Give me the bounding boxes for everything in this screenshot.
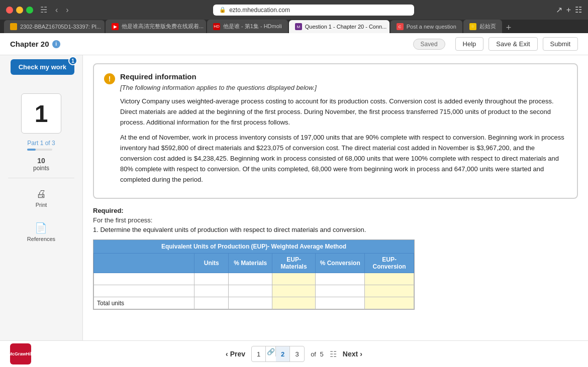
tab-2[interactable]: ▶ 他是谁高清完整版免费在线观着... (106, 20, 206, 33)
row2-units[interactable] (194, 285, 229, 297)
minimize-window-btn[interactable] (16, 7, 23, 14)
row1-pct-mat-input[interactable] (232, 276, 268, 283)
check-badge: 1 (68, 56, 77, 65)
grid-icon[interactable]: ☷ (330, 349, 337, 359)
row2-eup-mat-input[interactable] (275, 288, 312, 295)
main-layout: Check my work 1 1 Part 1 of 3 10 points … (0, 55, 588, 356)
page-footer: Mc Graw Hill ‹ Prev 1 🔗 2 3 of 5 ☷ Next … (0, 340, 588, 367)
tab-5-favicon: C (397, 23, 404, 30)
share-icon[interactable]: ↗ (556, 5, 562, 15)
row1-eup-conv-input[interactable] (368, 276, 411, 283)
row2-label[interactable] (94, 285, 194, 297)
col-header-label (94, 254, 194, 273)
row1-label-input[interactable] (97, 276, 191, 283)
next-btn[interactable]: Next › (343, 350, 362, 358)
references-action[interactable]: 📄 References (23, 218, 59, 246)
tab-5-label: Post a new question (407, 24, 456, 30)
page-3[interactable]: 3 (290, 346, 304, 361)
maximize-window-btn[interactable] (26, 7, 33, 14)
row1-pct-conv-input[interactable] (319, 276, 361, 283)
prev-btn[interactable]: ‹ Prev (226, 350, 245, 358)
total-row: Total units (94, 297, 414, 309)
question-number-box: 1 (21, 93, 61, 134)
table-row (94, 285, 414, 297)
row1-label[interactable] (94, 273, 194, 285)
required-info-title: Required information (120, 72, 567, 81)
tab-5[interactable]: C Post a new question (390, 20, 462, 33)
row1-pct-mat[interactable] (229, 273, 272, 285)
paragraph2: At the end of November, work in process … (120, 133, 567, 185)
row1-eup-mat-input[interactable] (275, 276, 312, 283)
total-eup-mat-input[interactable] (275, 300, 312, 307)
table-title: Equivalent Units of Production (EUP)- We… (93, 240, 414, 253)
row2-eup-conv-input[interactable] (368, 288, 411, 295)
page-1[interactable]: 1 (252, 346, 266, 361)
prev-chevron-icon: ‹ (226, 350, 228, 358)
alert-icon: ! (104, 73, 115, 84)
tab-6-favicon: ☆ (469, 23, 476, 30)
help-btn[interactable]: Help (455, 37, 484, 51)
required-section: Required: For the first process: 1. Dete… (93, 207, 578, 310)
chapter-title: Chapter 20 i (10, 40, 60, 48)
new-tab-icon[interactable]: + (566, 6, 571, 15)
row1-units[interactable] (194, 273, 229, 285)
row2-pct-mat-input[interactable] (232, 288, 268, 295)
row2-units-input[interactable] (198, 288, 225, 295)
print-action[interactable]: 🖨 Print (32, 184, 51, 212)
alert-box: ! Required information [The following in… (93, 63, 578, 199)
total-row-label: Total units (94, 297, 194, 309)
row2-pct-mat[interactable] (229, 285, 272, 297)
address-bar[interactable]: 🔒 ezto.mheducation.com (213, 5, 414, 16)
total-pct-mat (229, 297, 272, 309)
sidebar-toggle-btn[interactable]: ☵ (37, 4, 50, 16)
back-btn[interactable]: ‹ (52, 5, 61, 16)
browser-chrome: ☵ ‹ › 🔒 ezto.mheducation.com ↗ + ☷ (0, 0, 588, 20)
chapter-info-icon[interactable]: i (52, 40, 60, 48)
paragraph1: Victory Company uses weighted-average pr… (120, 96, 567, 128)
row2-pct-conv-input[interactable] (319, 288, 361, 295)
save-exit-btn[interactable]: Save & Exit (488, 37, 537, 51)
total-units[interactable] (194, 297, 229, 309)
submit-btn[interactable]: Submit (543, 37, 578, 51)
table-row (94, 273, 414, 285)
total-eup-conv-input[interactable] (368, 300, 411, 307)
col-header-units: Units (194, 254, 229, 273)
of-label: of 5 (311, 350, 324, 358)
tab-4[interactable]: M Question 1 - Chapter 20 - Conn... (289, 20, 389, 33)
part-info: Part 1 of 3 (27, 140, 55, 151)
page-link-icon[interactable]: 🔗 (266, 346, 276, 356)
total-units-input[interactable] (198, 300, 225, 307)
row2-label-input[interactable] (97, 288, 191, 295)
row2-eup-mat[interactable] (272, 285, 315, 297)
total-eup-mat[interactable] (272, 297, 315, 309)
row1-eup-conv[interactable] (365, 273, 414, 285)
lock-icon: 🔒 (219, 7, 226, 13)
tab-6[interactable]: ☆ 起始页 (463, 20, 502, 33)
row1-units-input[interactable] (198, 276, 225, 283)
tab-3-label: 他是谁 - 第1集 - HDmoli (223, 23, 282, 30)
row1-eup-mat[interactable] (272, 273, 315, 285)
references-icon: 📄 (35, 222, 47, 234)
check-my-work-btn[interactable]: Check my work 1 (11, 59, 74, 75)
tab-1-label: 2302-BBAZ16705D1-33397: Pl... (20, 24, 101, 30)
tabs-icon[interactable]: ☷ (575, 5, 582, 15)
eup-table: Units % Materials EUP- Materials % Conve… (93, 253, 414, 309)
total-eup-conv[interactable] (365, 297, 414, 309)
part-progress-fill (27, 149, 36, 151)
tab-3[interactable]: HD 他是谁 - 第1集 - HDmoli (207, 20, 288, 33)
alert-content: Required information [The following info… (120, 72, 567, 190)
footer-logo: Mc Graw Hill (10, 343, 31, 364)
row1-pct-conv[interactable] (316, 273, 365, 285)
saved-badge: Saved (413, 39, 445, 50)
browser-actions: ↗ + ☷ (556, 5, 582, 15)
tab-1[interactable]: 2302-BBAZ16705D1-33397: Pl... (4, 20, 105, 33)
close-window-btn[interactable] (6, 7, 13, 14)
page-box: 1 🔗 2 3 (251, 346, 305, 362)
new-tab-btn[interactable]: + (503, 23, 515, 33)
forward-btn[interactable]: › (63, 5, 71, 16)
for-first-process: For the first process: (93, 216, 578, 224)
print-icon: 🖨 (36, 188, 46, 200)
row2-eup-conv[interactable] (365, 285, 414, 297)
page-2[interactable]: 2 (276, 346, 290, 361)
row2-pct-conv[interactable] (316, 285, 365, 297)
